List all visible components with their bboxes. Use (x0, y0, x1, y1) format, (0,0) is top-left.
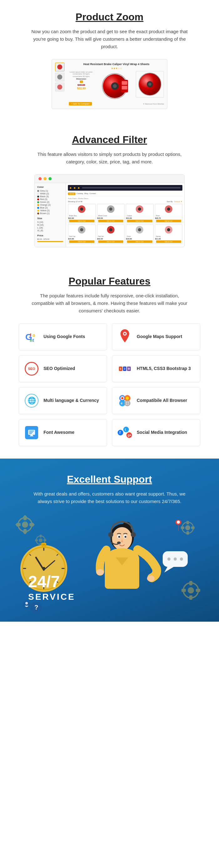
svg-rect-127 (182, 589, 186, 592)
subnav-contact[interactable]: Contact (90, 192, 96, 195)
multilang-globe: 🌐 (25, 394, 38, 408)
browsers-label: Compatibile All Browser (137, 398, 187, 404)
price-filter-title: Price (37, 234, 63, 237)
add-btn-6[interactable]: Add to Cart (98, 240, 124, 243)
feature-html5: 5 3 B HTML5, CSS3 Bootstrap 3 (112, 355, 200, 382)
original-price: $30.00 (69, 84, 94, 86)
add-btn-4[interactable]: Add to Cart (156, 220, 182, 222)
filter-color-orange[interactable]: Orange (2) (37, 204, 63, 206)
svg-rect-75 (191, 527, 195, 529)
google-fonts-icon: G f o n t (24, 329, 39, 344)
svg-rect-126 (189, 595, 192, 600)
svg-point-122 (177, 521, 180, 524)
svg-rect-128 (196, 589, 200, 592)
filter-color-black[interactable]: Black (3) (37, 195, 63, 197)
support-illustration: 24/7 SERVICE ? (9, 515, 210, 622)
svg-point-112 (125, 536, 126, 538)
color-filter: Color Grey (1) White (2) Black (3) Red (… (37, 186, 63, 214)
google-fonts-label: Using Google Fonts (43, 334, 85, 340)
add-btn-2[interactable]: Add to Cart (98, 220, 124, 222)
support-title: Excellent Support (9, 474, 210, 485)
add-btn-1[interactable]: Add to Cart (69, 220, 94, 222)
product-zoom-desc: Now you can zoom the product and get to … (31, 28, 188, 51)
subnav-catalog[interactable]: Catalog (77, 192, 83, 195)
expand-dot (49, 177, 52, 180)
filter-size-m[interactable]: M (16) (37, 224, 63, 226)
feature-font-awesome: Font Awesome (19, 419, 107, 446)
product-card-8: Spring $11.00 Add to Cart (155, 224, 183, 244)
svg-point-24 (80, 228, 83, 231)
filter-sidebar: Color Grey (1) White (2) Black (3) Red (… (35, 183, 66, 247)
filter-color-green[interactable]: Green (2) (37, 201, 63, 203)
zoom-brake-image (96, 71, 134, 101)
product-card-3: Caliper $34.00 Add to Cart (126, 204, 154, 223)
svg-rect-72 (186, 521, 189, 524)
zoom-thumb-3[interactable] (55, 83, 64, 91)
filter-size-s[interactable]: S (14) (37, 221, 63, 223)
svg-rect-49 (29, 431, 34, 431)
html5-icon: 5 3 B (117, 361, 132, 376)
product-info-6: Pad Set (97, 235, 125, 238)
product-img-5 (68, 225, 95, 235)
filter-color-yellow[interactable]: Yellow (2) (37, 209, 63, 212)
zoom-thumb-1[interactable] (55, 63, 64, 71)
advanced-filter-section: Advanced Filter This feature allows visi… (0, 118, 219, 260)
filter-demo: Color Grey (1) White (2) Black (3) Red (… (34, 174, 185, 247)
remove-wishlist[interactable]: ✕ Remove From Wishlist (143, 103, 164, 105)
subnav-active[interactable]: Home (68, 192, 75, 195)
zoom-bottom-bar: + Add To Compare ✕ Remove From Wishlist (69, 102, 164, 105)
subnav-blog[interactable]: Blog (85, 192, 88, 195)
sort-by-label: Sort By (167, 200, 173, 203)
sort-value[interactable]: Default ▼ (174, 200, 182, 203)
svg-point-116 (96, 569, 104, 575)
svg-text:g+: g+ (128, 434, 131, 437)
svg-text:24/7: 24/7 (28, 572, 60, 591)
social-label: Social Media Integration (137, 430, 187, 436)
svg-point-28 (138, 228, 141, 231)
svg-point-120 (174, 557, 177, 561)
zoom-thumb-2[interactable] (55, 73, 64, 82)
add-btn-7[interactable]: Add to Cart (127, 240, 152, 243)
filter-color-blue[interactable]: Blue (2) (37, 207, 63, 209)
filter-color-white[interactable]: White (2) (37, 192, 63, 195)
zoom-main-content: Heat Resistant Brake Caliper Vinyl Wrap … (69, 63, 164, 105)
html5-badges: 5 3 B (119, 367, 131, 371)
filter-color-red[interactable]: Red (3) (37, 198, 63, 200)
filter-size-l[interactable]: L (18) (37, 227, 63, 229)
svg-rect-80 (35, 539, 38, 541)
add-btn-3[interactable]: Add to Cart (127, 220, 152, 222)
svg-point-7 (113, 84, 117, 88)
product-card-1: Brake Disc $22.90 Add to Cart (68, 204, 96, 223)
product-img-4 (155, 204, 182, 214)
product-price-6: $42.00 (97, 238, 125, 240)
filter-color-brown[interactable]: Brown (1) (37, 212, 63, 214)
svg-point-30 (167, 228, 170, 231)
product-img-3 (126, 204, 153, 214)
filter-size-xl[interactable]: XL (9) (37, 229, 63, 231)
svg-rect-10 (122, 86, 127, 90)
size-filter: Size S (14) M (16) L (18) XL (9) (37, 217, 63, 231)
svg-rect-78 (40, 535, 42, 537)
feature-google-fonts: G f o n t Using Google Fonts (19, 323, 107, 350)
product-price-8: $11.00 (155, 238, 182, 240)
svg-point-94 (42, 567, 45, 570)
color-filter-title: Color (37, 186, 63, 188)
feature-multilang: 🌐 Multi language & Currency (19, 387, 107, 414)
svg-point-61 (22, 522, 28, 528)
product-grid: Brake Disc $22.90 Add to Cart Wheel Cove… (68, 204, 182, 223)
product-price-1: $22.90 (68, 217, 95, 219)
product-img-7 (126, 225, 153, 235)
product-card-4: Rotor $28.75 Add to Cart (155, 204, 183, 223)
add-btn-5[interactable]: Add to Cart (69, 240, 94, 243)
svg-point-124 (188, 587, 194, 593)
sort-options: Sort By Default ▼ (167, 200, 182, 203)
nav-dot-3 (78, 187, 80, 189)
add-to-cart-btn[interactable]: + Add To Compare (69, 102, 92, 105)
filter-color-grey[interactable]: Grey (1) (37, 190, 63, 192)
filter-main-area: Home Catalog Blog Contact Auto Parts › B… (66, 183, 184, 247)
feature-google-maps: Google Maps Support (112, 323, 200, 350)
add-btn-8[interactable]: Add to Cart (156, 240, 182, 243)
zoom-product-title: Heat Resistant Brake Caliper Vinyl Wrap … (69, 63, 164, 66)
font-awesome-icon (24, 425, 39, 440)
svg-point-41 (126, 397, 129, 400)
